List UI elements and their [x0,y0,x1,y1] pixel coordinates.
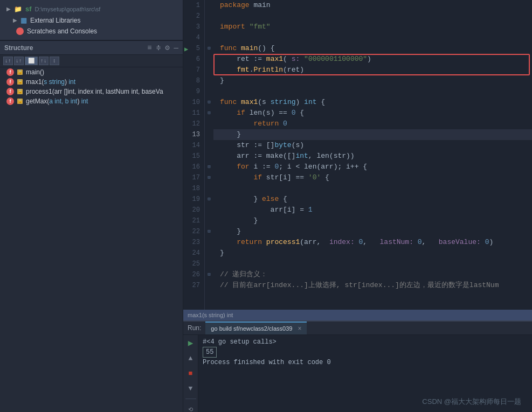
struct-item-max1-label: max1(s string) int [26,78,75,86]
gutter-22[interactable]: ⊟ [205,226,213,237]
line-numbers: 1234▶56789101112131415161718192021222324… [183,0,205,310]
run-play-btn[interactable]: ▶ [185,337,197,349]
run-tab-main[interactable]: go build sf/newclass2/class039 × [205,322,307,334]
structure-close-icon[interactable]: — [174,44,178,52]
status-bar: max1(s string) int [183,310,532,320]
code-line-11: if len(s) == 0 { [213,108,532,118]
run-output-badge: 55 [203,347,217,358]
structure-title: Structure [4,44,33,52]
code-line-20: arr[i] = 1 [213,205,532,215]
line-num-20: 20 [183,205,204,215]
line-num-14: 14 [183,140,204,151]
left-gutter: ⊟⊟⊟⊟⊟⊟⊟⊟ [205,0,213,310]
run-wrap-btn[interactable]: ⟲ [185,403,197,412]
line-num-1: 1 [183,0,204,11]
editor[interactable]: 1234▶56789101112131415161718192021222324… [183,0,532,310]
gutter-5[interactable]: ⊟ [205,43,213,54]
line-num-12: 12 [183,118,204,129]
gutter-20 [205,205,213,215]
sort-group-btn[interactable]: ↕ [50,57,59,65]
code-line-12: return 0 [213,118,532,129]
struct-item-max1[interactable]: f 🔒 max1(s string) int [0,77,183,87]
sort-alpha-btn[interactable]: ↑↓ [39,57,49,65]
sort-type-btn[interactable]: ⬜ [25,57,38,65]
gutter-23 [205,237,213,248]
status-text: max1(s string) int [188,312,233,318]
code-line-7: fmt.Println(ret) [213,65,532,75]
line-num-13: 13 [183,129,204,140]
code-line-3: import "fmt" [213,22,532,32]
code-line-19: } else { [213,194,532,205]
run-tabs: Run: go build sf/newclass2/class039 × [183,322,532,335]
structure-sort-icon[interactable]: ≡ [147,44,151,52]
gutter-6 [205,54,213,65]
line-num-6: 6 [183,54,204,65]
gutter-9 [205,86,213,97]
line-num-15: 15 [183,151,204,162]
structure-sort-bar: ↓↑ ↓↑ ⬜ ↑↓ ↕ [0,55,183,67]
line-num-19: 19 [183,194,204,205]
structure-header: Structure ≡ ≑ ⚙ — [0,41,183,55]
code-area[interactable]: package mainimport "fmt"func main() { re… [213,0,532,310]
gutter-11[interactable]: ⊟ [205,108,213,118]
line-num-4: 4 [183,32,204,43]
gutter-24 [205,248,213,259]
code-line-22: } [213,226,532,237]
line-num-5: ▶5 [183,43,204,54]
gutter-16[interactable]: ⊟ [205,162,213,172]
struct-item-process1[interactable]: f 🔒 process1(arr []int, index int, lastN… [0,87,183,96]
project-root[interactable]: ▶ 📁 sf D:\mysetup\gopath\src\sf [4,3,178,15]
main-layout: ▶ 📁 sf D:\mysetup\gopath\src\sf ▶ ▦ Exte… [0,0,532,412]
gutter-27 [205,280,213,291]
gutter-15 [205,151,213,162]
scratch-icon [16,27,24,35]
run-output-line: #<4 go setup calls> [203,337,528,347]
run-up-btn[interactable]: ▲ [185,352,197,364]
gutter-21 [205,215,213,226]
structure-toolbar: ≡ ≑ ⚙ — [147,43,178,52]
gutter-18 [205,183,213,194]
sidebar-item-scratches[interactable]: Scratches and Consoles [4,26,178,37]
gutter-17[interactable]: ⊟ [205,172,213,183]
struct-item-process1-label: process1(arr []int, index int, lastNum i… [26,88,163,95]
code-line-6: ret := max1( s: "0000001100000") [213,54,532,65]
struct-item-getmax[interactable]: f 🔒 getMax(a int, b int) int [0,96,183,106]
line-num-26: 26 [183,269,204,280]
line-num-7: 7 [183,65,204,75]
gutter-13 [205,129,213,140]
gutter-10[interactable]: ⊟ [205,97,213,108]
gutter-4 [205,32,213,43]
lock-icon-process1: 🔒 [17,89,23,94]
run-output-line: 55 [203,347,528,358]
struct-item-getmax-label: getMax(a int, b int) int [26,97,88,105]
lock-icon-getmax: 🔒 [17,99,23,104]
gutter-3 [205,22,213,32]
code-line-14: str := []byte(s) [213,140,532,151]
project-tree: ▶ 📁 sf D:\mysetup\gopath\src\sf ▶ ▦ Exte… [0,0,183,40]
line-num-10: 10 [183,97,204,108]
gutter-19[interactable]: ⊟ [205,194,213,205]
line-num-8: 8 [183,75,204,86]
func-icon-process1: f [6,88,14,95]
line-num-3: 3 [183,22,204,32]
run-down-btn[interactable]: ▼ [185,382,197,394]
sort-desc-btn[interactable]: ↓↑ [14,57,24,65]
sidebar: ▶ 📁 sf D:\mysetup\gopath\src\sf ▶ ▦ Exte… [0,0,183,412]
sidebar-item-external-libraries[interactable]: ▶ ▦ External Libraries [4,15,178,26]
structure-align-icon[interactable]: ≑ [156,43,161,52]
line-num-21: 21 [183,215,204,226]
code-line-10: func max1(s string) int { [213,97,532,108]
code-line-17: if str[i] == '0' { [213,172,532,183]
sort-asc-btn[interactable]: ↓↑ [3,57,13,65]
line-num-11: 11 [183,108,204,118]
gutter-25 [205,259,213,269]
struct-item-main[interactable]: f 🔒 main() [0,67,183,77]
run-arrow-icon[interactable]: ▶ [184,44,188,55]
editor-run-container: 1234▶56789101112131415161718192021222324… [183,0,532,412]
func-icon-max1: f [6,78,14,86]
lib-icon: ▦ [20,16,27,24]
run-tab-close[interactable]: × [298,325,301,332]
structure-settings-icon[interactable]: ⚙ [165,43,169,52]
run-stop-btn[interactable]: ■ [185,367,197,379]
gutter-26[interactable]: ⊟ [205,269,213,280]
